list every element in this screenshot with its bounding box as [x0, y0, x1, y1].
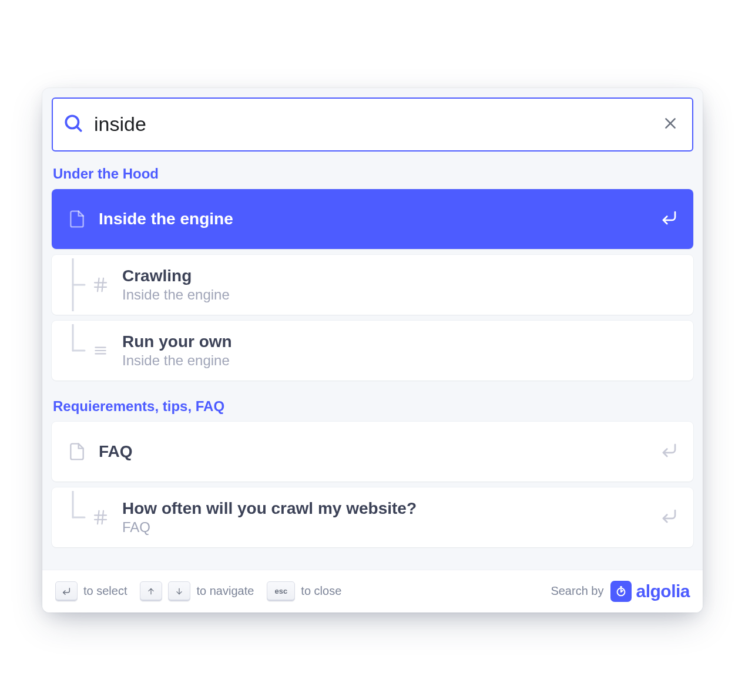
search-result[interactable]: How often will you crawl my website?FAQ: [52, 487, 693, 547]
result-subtitle: Inside the engine: [122, 352, 678, 369]
tree-last-icon: [66, 324, 89, 377]
page-icon: [66, 442, 88, 461]
result-title: Inside the engine: [99, 210, 660, 228]
keyboard-hints: to select to navigate es: [55, 581, 341, 601]
close-icon: [663, 124, 678, 133]
list-icon: [89, 343, 112, 358]
hint-close-label: to close: [301, 584, 341, 598]
goto-icon: [660, 442, 678, 462]
result-content: Inside the engine: [88, 210, 660, 228]
algolia-logo: algolia: [610, 581, 690, 602]
clear-search-button[interactable]: [659, 112, 682, 136]
search-box: [52, 97, 693, 152]
results-list: Under the HoodInside the engineCrawlingI…: [42, 152, 703, 570]
hint-navigate: to navigate: [140, 581, 254, 601]
search-modal: Under the HoodInside the engineCrawlingI…: [42, 88, 703, 612]
svg-line-19: [98, 510, 99, 524]
hash-icon: [89, 276, 112, 294]
search-result[interactable]: Inside the engine: [52, 189, 693, 249]
svg-line-9: [102, 278, 104, 291]
page-icon: [66, 210, 88, 228]
search-icon: [63, 113, 83, 136]
esc-key-icon: esc: [267, 581, 295, 601]
arrow-up-key-icon: [140, 581, 162, 601]
hint-close: esc to close: [267, 581, 341, 601]
arrow-down-key-icon: [168, 581, 190, 601]
tree-last-icon: [66, 491, 89, 544]
hint-select: to select: [55, 581, 127, 601]
result-title: FAQ: [99, 442, 660, 461]
search-by-label: Search by: [551, 584, 603, 598]
enter-key-icon: [55, 581, 78, 601]
result-title: Run your own: [122, 332, 678, 351]
result-title: Crawling: [122, 267, 678, 285]
svg-line-20: [102, 510, 104, 524]
algolia-mark-icon: [610, 581, 632, 602]
algolia-wordmark: algolia: [636, 581, 690, 601]
search-by-attribution: Search by algolia: [551, 581, 690, 602]
goto-icon: [660, 507, 678, 527]
tree-mid-icon: [66, 258, 89, 311]
modal-footer: to select to navigate es: [42, 570, 703, 612]
result-subtitle: Inside the engine: [122, 287, 678, 303]
hash-icon: [89, 509, 112, 526]
search-container: [42, 88, 703, 152]
goto-icon: [660, 209, 678, 229]
result-title: How often will you crawl my website?: [122, 499, 660, 518]
search-input[interactable]: [94, 113, 659, 136]
result-content: CrawlingInside the engine: [112, 267, 678, 303]
results-section-heading: Under the Hood: [52, 154, 693, 189]
result-subtitle: FAQ: [122, 519, 660, 536]
search-result[interactable]: Run your ownInside the engine: [52, 321, 693, 381]
result-content: How often will you crawl my website?FAQ: [112, 499, 660, 536]
svg-line-8: [98, 278, 99, 291]
hint-select-label: to select: [83, 584, 127, 598]
result-content: Run your ownInside the engine: [112, 332, 678, 369]
hint-navigate-label: to navigate: [196, 584, 254, 598]
result-content: FAQ: [88, 442, 660, 461]
search-result[interactable]: CrawlingInside the engine: [52, 255, 693, 315]
search-result[interactable]: FAQ: [52, 422, 693, 482]
svg-line-1: [77, 126, 81, 130]
results-section-heading: Requierements, tips, FAQ: [52, 386, 693, 422]
